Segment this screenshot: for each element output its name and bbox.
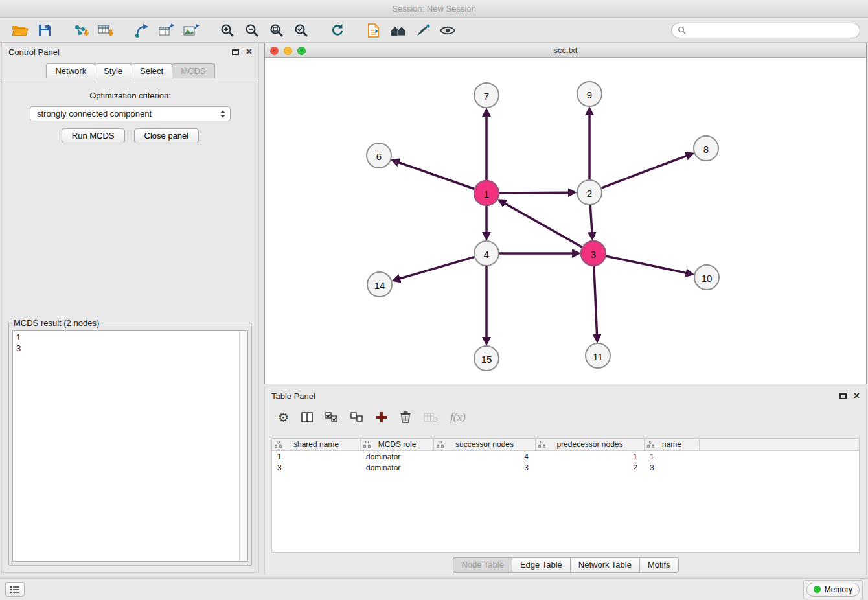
node-10[interactable]: 10 <box>694 265 719 290</box>
close-panel-icon[interactable]: × <box>246 47 252 57</box>
cell[interactable]: dominator <box>361 463 434 472</box>
edge-3-11[interactable] <box>594 266 597 335</box>
network-canvas[interactable]: 7968124314101511 <box>265 58 866 384</box>
run-mcds-button[interactable]: Run MCDS <box>62 128 125 143</box>
tab-style[interactable]: Style <box>95 63 131 78</box>
network-window-titlebar[interactable]: × − + scc.txt <box>265 43 866 58</box>
node-4[interactable]: 4 <box>474 241 499 266</box>
column-header-mcds-role[interactable]: MCDS role <box>361 439 434 450</box>
save-session-button[interactable] <box>32 20 57 41</box>
tab-node-table[interactable]: Node Table <box>453 557 512 573</box>
node-label: 4 <box>484 249 489 260</box>
column-header-successor-nodes[interactable]: successor nodes <box>434 439 536 450</box>
zoom-fit-icon <box>269 23 284 38</box>
close-panel-button[interactable]: Close panel <box>134 128 200 143</box>
import-table-button[interactable] <box>93 20 118 41</box>
new-network-button[interactable] <box>130 20 154 41</box>
window-close-icon[interactable]: × <box>270 47 279 55</box>
tab-motifs[interactable]: Motifs <box>639 557 679 573</box>
network-overview-button[interactable] <box>386 20 411 41</box>
cell[interactable]: dominator <box>361 452 434 461</box>
memory-button[interactable]: Memory <box>806 583 860 597</box>
zoom-selected-icon <box>293 23 309 38</box>
tab-edge-table[interactable]: Edge Table <box>512 557 571 573</box>
zoom-fit-button[interactable] <box>264 20 289 41</box>
edge-4-14[interactable] <box>400 257 475 279</box>
task-history-button[interactable] <box>5 582 25 597</box>
edge-2-3[interactable] <box>590 205 592 233</box>
search-input[interactable] <box>689 25 854 35</box>
new-table-button[interactable] <box>154 20 179 41</box>
tab-network-table[interactable]: Network Table <box>570 557 640 573</box>
float-panel-icon[interactable] <box>232 49 239 55</box>
search-box[interactable] <box>671 23 860 38</box>
export-image-button[interactable] <box>179 20 203 41</box>
mcds-result-box[interactable]: 13 <box>12 330 248 562</box>
cell[interactable]: 1 <box>272 452 361 461</box>
network-window-title: scc.txt <box>554 45 578 55</box>
refresh-button[interactable] <box>325 20 350 41</box>
node-6[interactable]: 6 <box>367 143 391 168</box>
edge-1-6[interactable] <box>398 163 475 189</box>
zoom-selected-button[interactable] <box>289 20 314 41</box>
mcds-result-list: 13 <box>13 331 238 561</box>
show-hide-button[interactable] <box>435 20 460 41</box>
node-9[interactable]: 9 <box>577 82 602 106</box>
network-window: × − + scc.txt 7968124314101511 <box>264 43 867 384</box>
node-table: shared nameMCDS rolesuccessor nodesprede… <box>271 438 860 553</box>
zoom-in-button[interactable] <box>215 20 240 41</box>
node-1[interactable]: 1 <box>474 181 499 205</box>
select-all-button[interactable] <box>325 412 338 422</box>
tab-network[interactable]: Network <box>46 63 95 78</box>
node-3[interactable]: 3 <box>581 241 606 266</box>
node-15[interactable]: 15 <box>474 346 499 371</box>
close-table-panel-icon[interactable]: × <box>854 391 860 401</box>
style-brush-button[interactable] <box>411 20 435 41</box>
new-network-icon <box>134 23 150 38</box>
window-zoom-icon[interactable]: + <box>297 47 306 55</box>
cell[interactable]: 3 <box>434 463 536 472</box>
result-scrollbar[interactable] <box>239 331 247 561</box>
column-header-shared-name[interactable]: shared name <box>272 439 361 450</box>
edge-3-10[interactable] <box>606 256 687 273</box>
node-8[interactable]: 8 <box>694 136 718 161</box>
cell[interactable]: 3 <box>645 463 700 472</box>
save-icon <box>38 23 52 38</box>
window-minimize-icon[interactable]: − <box>284 47 292 55</box>
fx-icon: f(x) <box>450 411 466 424</box>
zoom-out-button[interactable] <box>240 20 264 41</box>
node-label: 10 <box>702 273 713 284</box>
deselect-all-button[interactable] <box>350 412 363 422</box>
import-network-button[interactable] <box>69 20 93 41</box>
add-column-button[interactable] <box>376 411 387 423</box>
tab-mcds[interactable]: MCDS <box>172 63 214 78</box>
edge-2-8[interactable] <box>601 156 687 188</box>
table-row[interactable]: 1dominator411 <box>272 451 859 462</box>
table-row[interactable]: 3dominator323 <box>272 462 859 473</box>
table-body: 1dominator4113dominator323 <box>272 451 859 473</box>
cell[interactable]: 3 <box>272 463 361 472</box>
node-7[interactable]: 7 <box>474 83 499 108</box>
delete-table-button <box>424 412 438 422</box>
criterion-select[interactable]: strongly connected component <box>30 106 231 121</box>
node-11[interactable]: 11 <box>586 343 610 368</box>
cell[interactable]: 1 <box>536 452 645 461</box>
show-columns-button[interactable] <box>301 412 313 422</box>
style-brush-icon <box>415 23 431 38</box>
edge-3-1[interactable] <box>505 203 583 248</box>
delete-column-button[interactable] <box>400 411 411 424</box>
import-table-icon <box>97 23 114 38</box>
column-header-name[interactable]: name <box>645 439 700 450</box>
edge-1-2[interactable] <box>499 192 569 193</box>
table-settings-button[interactable]: ⚙ <box>278 411 289 424</box>
tab-select[interactable]: Select <box>131 63 172 78</box>
column-header-predecessor-nodes[interactable]: predecessor nodes <box>536 439 645 450</box>
node-14[interactable]: 14 <box>367 272 392 297</box>
float-table-panel-icon[interactable] <box>839 393 847 399</box>
copy-network-button[interactable] <box>361 20 386 41</box>
cell[interactable]: 2 <box>536 463 645 472</box>
cell[interactable]: 4 <box>434 452 536 461</box>
cell[interactable]: 1 <box>645 452 700 461</box>
open-session-button[interactable] <box>8 20 32 41</box>
node-2[interactable]: 2 <box>577 180 602 205</box>
